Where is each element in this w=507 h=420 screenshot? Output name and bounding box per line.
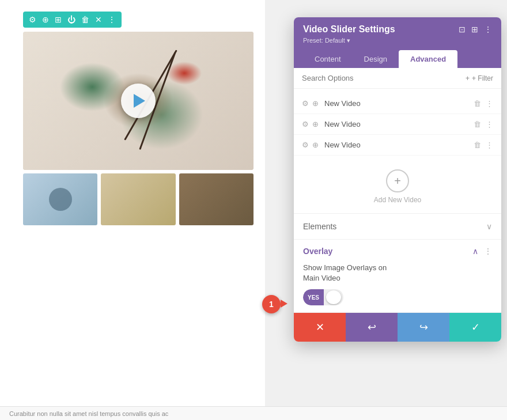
toggle-switch[interactable]: YES — [303, 289, 343, 305]
overlay-field-label: Show Image Overlays onMain Video — [303, 263, 492, 283]
play-triangle — [134, 94, 145, 108]
panel-title-row: Video Slider Settings ⊡ ⊞ ⋮ — [303, 24, 492, 35]
panel-preset[interactable]: Preset: Default ▾ — [303, 37, 492, 44]
split-icon[interactable]: ⊞ — [471, 25, 478, 34]
video-item-icons-3: ⚙ ⊕ — [302, 141, 319, 149]
gear-icon-3[interactable]: ⚙ — [302, 141, 309, 149]
cancel-icon: ✕ — [316, 321, 324, 334]
cancel-button[interactable]: ✕ — [294, 313, 346, 342]
thumbnail-3[interactable] — [179, 173, 254, 225]
thumbnail-1[interactable] — [23, 173, 97, 225]
video-actions-1: 🗑 ⋮ — [474, 99, 493, 108]
table-row[interactable]: ⚙ ⊕ New Video 🗑 ⋮ — [294, 135, 501, 156]
redo-icon: ↪ — [419, 321, 428, 334]
settings-panel: Video Slider Settings ⊡ ⊞ ⋮ Preset: Defa… — [294, 17, 501, 342]
add-video-area: + Add New Video — [294, 160, 501, 214]
toggle-container: YES — [303, 289, 492, 305]
play-button[interactable] — [121, 84, 156, 118]
canvas-area: ⚙ ⊕ ⊞ ⏻ 🗑 ✕ ⋮ — [0, 0, 265, 420]
thumbnail-strip — [23, 173, 254, 225]
annotation-arrow — [281, 300, 287, 308]
save-icon: ✓ — [471, 321, 480, 334]
overlay-chevron-icon[interactable]: ∧ — [472, 247, 478, 256]
overlay-icons: ∧ ⋮ — [472, 247, 492, 256]
more-icon-2[interactable]: ⋮ — [486, 120, 493, 128]
video-actions-3: 🗑 ⋮ — [474, 141, 493, 149]
gear-icon-1[interactable]: ⚙ — [302, 99, 309, 108]
tab-content[interactable]: Content — [303, 50, 353, 68]
toggle-yes-label: YES — [303, 289, 324, 305]
save-button[interactable]: ✓ — [449, 313, 501, 342]
tab-design[interactable]: Design — [353, 50, 399, 68]
power-icon[interactable]: ⏻ — [67, 15, 75, 24]
search-input[interactable] — [302, 74, 466, 82]
grid-icon[interactable]: ⊞ — [55, 15, 62, 24]
status-bar: Curabitur non nulla sit amet nisl tempus… — [0, 406, 507, 420]
toggle-slider — [326, 290, 341, 304]
delete-icon-3[interactable]: 🗑 — [474, 141, 481, 149]
add-video-button[interactable]: + — [386, 169, 409, 192]
more-icon-3[interactable]: ⋮ — [486, 141, 493, 149]
panel-tabs: Content Design Advanced — [303, 50, 492, 68]
video-label-3: New Video — [324, 141, 474, 149]
undo-icon: ↩ — [368, 321, 376, 334]
annotation-number: 1 — [269, 300, 274, 309]
annotation-bubble: 1 — [262, 295, 281, 313]
tab-advanced[interactable]: Advanced — [399, 50, 457, 68]
undo-button[interactable]: ↩ — [346, 313, 398, 342]
options-icon[interactable]: ⋮ — [484, 25, 492, 34]
elements-chevron-icon: ∨ — [486, 222, 492, 231]
bottom-bar: ✕ ↩ ↪ ✓ — [294, 313, 501, 342]
table-row[interactable]: ⚙ ⊕ New Video 🗑 ⋮ — [294, 93, 501, 114]
overlay-more-icon[interactable]: ⋮ — [484, 247, 492, 256]
video-item-icons-1: ⚙ ⊕ — [302, 99, 319, 108]
delete-icon-1[interactable]: 🗑 — [474, 99, 481, 108]
panel-header: Video Slider Settings ⊡ ⊞ ⋮ Preset: Defa… — [294, 17, 501, 68]
copy-icon-2[interactable]: ⊕ — [312, 120, 319, 128]
filter-label: + Filter — [472, 74, 493, 82]
main-video-image — [23, 32, 254, 170]
status-text: Curabitur non nulla sit amet nisl tempus… — [9, 410, 168, 417]
table-row[interactable]: ⚙ ⊕ New Video 🗑 ⋮ — [294, 114, 501, 135]
search-row: + + Filter — [294, 68, 501, 89]
trash-icon[interactable]: 🗑 — [81, 15, 89, 24]
overlay-header: Overlay ∧ ⋮ — [303, 247, 492, 256]
more-icon[interactable]: ⋮ — [108, 15, 116, 24]
video-item-icons-2: ⚙ ⊕ — [302, 120, 319, 128]
video-label-1: New Video — [324, 99, 474, 108]
overlay-section: Overlay ∧ ⋮ Show Image Overlays onMain V… — [294, 240, 501, 313]
settings-icon[interactable]: ⚙ — [29, 15, 36, 24]
elements-label: Elements — [303, 222, 486, 231]
video-actions-2: 🗑 ⋮ — [474, 120, 493, 128]
element-toolbar: ⚙ ⊕ ⊞ ⏻ 🗑 ✕ ⋮ — [23, 12, 122, 28]
copy-icon-1[interactable]: ⊕ — [312, 99, 319, 108]
redo-button[interactable]: ↪ — [398, 313, 449, 342]
panel-title: Video Slider Settings — [303, 24, 395, 35]
filter-button[interactable]: + + Filter — [466, 74, 493, 82]
plus-icon: + — [466, 74, 470, 82]
panel-title-icons: ⊡ ⊞ ⋮ — [459, 25, 492, 34]
close-icon[interactable]: ✕ — [95, 15, 102, 24]
video-label-2: New Video — [324, 120, 474, 128]
copy-icon-3[interactable]: ⊕ — [312, 141, 319, 149]
thumbnail-2[interactable] — [101, 173, 175, 225]
add-video-label: Add New Video — [374, 196, 422, 204]
elements-section[interactable]: Elements ∨ — [294, 214, 501, 240]
overlay-title: Overlay — [303, 247, 472, 256]
delete-icon-2[interactable]: 🗑 — [474, 120, 481, 128]
image-container — [23, 32, 254, 225]
video-list: ⚙ ⊕ New Video 🗑 ⋮ ⚙ ⊕ New Video 🗑 ⋮ — [294, 89, 501, 160]
more-icon-1[interactable]: ⋮ — [486, 99, 493, 108]
gear-icon-2[interactable]: ⚙ — [302, 120, 309, 128]
duplicate-icon[interactable]: ⊕ — [42, 15, 49, 24]
panel-body: + + Filter ⚙ ⊕ New Video 🗑 ⋮ ⚙ ⊕ — [294, 68, 501, 313]
minimize-icon[interactable]: ⊡ — [459, 25, 466, 34]
thumb-overlay-1 — [23, 173, 97, 225]
